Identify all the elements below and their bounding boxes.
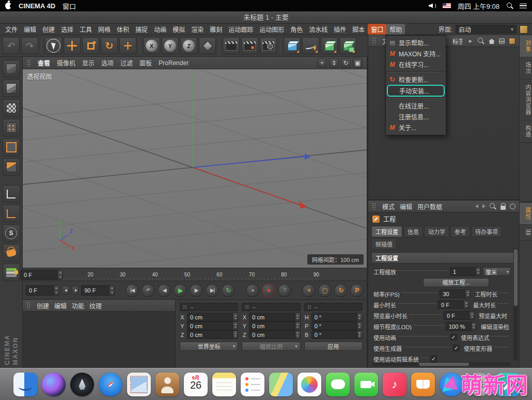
menu-item[interactable]: 流水线 (306, 24, 331, 35)
attribute-tab[interactable]: 动力学 (424, 226, 449, 237)
volume-icon[interactable] (429, 3, 436, 9)
move-tool[interactable] (64, 37, 81, 54)
view-rotate-icon[interactable]: ↻ (341, 58, 351, 68)
layer-lock-button[interactable] (3, 264, 20, 281)
enable-snap-button[interactable]: S (3, 224, 20, 242)
stepper-icon[interactable] (232, 322, 238, 330)
menu-item[interactable]: 模拟 (169, 24, 188, 35)
size-input[interactable]: 0 cm (249, 330, 300, 339)
menu-item[interactable]: 帮助 (386, 24, 405, 35)
help-menu-separator[interactable] (386, 71, 445, 72)
redo-button[interactable]: ↷ (21, 37, 38, 54)
size-input[interactable]: 0 cm (249, 313, 300, 321)
window-titlebar[interactable]: 未标题 1 - 主要 (0, 11, 532, 24)
help-item-online-learning[interactable]: M 在线学习... (386, 59, 446, 70)
help-item-show-help[interactable]: ▤ 显示帮助... (386, 37, 446, 48)
help-item-maxon-support[interactable]: M MAXON 支持... (386, 48, 446, 59)
viewport-solo-button[interactable] (3, 244, 20, 261)
undo-button[interactable]: ↶ (3, 37, 20, 54)
panel-grip-icon[interactable] (27, 59, 32, 67)
panel-grip-icon[interactable] (372, 203, 377, 210)
help-item-manual-install[interactable]: 手动安装... (387, 85, 444, 96)
subdivision-surface-button[interactable] (321, 37, 338, 54)
interface-panel-icon[interactable] (520, 25, 528, 34)
position-input[interactable]: 0 cm (187, 321, 238, 330)
search-icon[interactable] (478, 38, 484, 44)
unit-select[interactable]: 厘米 (483, 267, 511, 276)
dock-notes-icon[interactable] (212, 373, 236, 396)
dock-mail-icon[interactable] (127, 373, 151, 396)
attribute-menu-item[interactable]: 用户数据 (417, 202, 442, 211)
target-icon[interactable] (510, 204, 515, 209)
edges-mode-button[interactable] (3, 139, 20, 156)
next-frame-button[interactable]: ▶ (190, 284, 203, 297)
attribute-tab[interactable]: 信息 (403, 226, 423, 237)
fps-input[interactable]: 30 (440, 289, 471, 298)
panel-tab[interactable]: 场次 (520, 57, 532, 80)
menu-item[interactable]: 插件 (331, 24, 349, 35)
menu-item[interactable]: 创建 (39, 24, 58, 35)
use-motion-system-checkbox[interactable]: ✓ (430, 356, 437, 362)
start-frame-field[interactable]: 0 F (26, 285, 59, 296)
viewport-menu-item[interactable]: 过滤 (120, 58, 133, 67)
record-active-objects-button[interactable]: ● (246, 284, 259, 297)
dock-calendar-icon[interactable]: 6月 26 (184, 373, 208, 396)
coordinate-system-button[interactable] (199, 37, 216, 54)
play-button[interactable]: ▶ (174, 284, 187, 297)
macos-menu-window[interactable]: 窗口 (62, 1, 76, 11)
dock-finder-icon[interactable] (13, 373, 37, 396)
menu-item[interactable]: 角色 (287, 24, 306, 35)
goto-end-button[interactable]: ▶| (206, 284, 219, 297)
record-position-button[interactable]: + (302, 284, 316, 297)
dock-books-icon[interactable] (411, 373, 435, 396)
attribute-menu-item[interactable]: 模式 (382, 202, 395, 211)
menu-item[interactable]: 文件 (2, 24, 21, 35)
generators-button[interactable] (339, 37, 356, 54)
position-input[interactable]: 0 cm (187, 313, 238, 321)
dock-photos-icon[interactable] (298, 373, 321, 396)
history-forward-icon[interactable] (482, 204, 486, 208)
search-icon[interactable] (490, 203, 496, 210)
attribute-tab[interactable]: 参考 (450, 226, 470, 237)
help-menu-separator[interactable] (386, 98, 445, 99)
viewport-menu-item[interactable]: 摄像机 (57, 58, 75, 67)
goto-start-button[interactable]: |◀ (126, 284, 139, 297)
panel-tab[interactable]: 层 (520, 225, 532, 241)
stepper-icon[interactable] (357, 331, 362, 339)
menubar-clock[interactable]: 周四 上午9:08 (458, 1, 499, 11)
rotation-input[interactable]: 0 ° (311, 313, 363, 321)
use-animation-checkbox[interactable]: ✓ (450, 334, 457, 341)
stepper-icon[interactable] (295, 331, 300, 339)
view-zoom-icon[interactable]: ⇕ (329, 58, 339, 68)
spotlight-search-icon[interactable] (506, 3, 513, 9)
menu-item[interactable]: 体积 (114, 24, 132, 35)
preview-min-time-input[interactable]: 0 F (444, 311, 475, 320)
menu-item[interactable]: 编辑 (21, 24, 39, 35)
record-parameter-button[interactable]: P (350, 284, 364, 297)
attribute-tab[interactable]: 待办事项 (471, 226, 502, 237)
dock-siri-icon[interactable] (42, 373, 66, 396)
menu-item[interactable]: 雕刻 (207, 24, 225, 35)
timeline-ruler[interactable]: 0102030405060708090 0 F (23, 268, 367, 281)
material-menu-item[interactable]: 功能 (72, 301, 84, 310)
material-menu-item[interactable]: 编辑 (54, 301, 67, 310)
lock-icon[interactable] (500, 206, 506, 210)
dock-safari-icon[interactable] (99, 373, 122, 396)
help-item-online-register[interactable]: 在线注册... (386, 100, 446, 111)
menu-item[interactable]: 运动跟踪 (225, 24, 256, 35)
use-generators-checkbox[interactable]: ✓ (453, 345, 460, 351)
rotation-input[interactable]: 0 ° (311, 321, 363, 330)
rotation-header[interactable]: -- (304, 303, 363, 311)
scale-mode-select[interactable]: 缩放比例 (242, 342, 300, 351)
live-selection-tool[interactable] (45, 37, 62, 54)
apple-menu-icon[interactable] (5, 3, 11, 9)
help-item-about[interactable]: M 关于... (386, 122, 446, 133)
scale-tool[interactable] (82, 37, 99, 54)
world-coords-select[interactable]: 世界坐标 (180, 342, 238, 351)
menu-item[interactable]: 渲染 (188, 24, 207, 35)
end-frame-field[interactable]: 90 F (81, 285, 115, 296)
attribute-menu-item[interactable]: 编辑 (400, 202, 412, 211)
prev-key-button[interactable]: ↶ (142, 284, 155, 297)
stepper-icon[interactable] (295, 313, 300, 321)
prev-frame-button[interactable]: ◀ (158, 284, 171, 297)
